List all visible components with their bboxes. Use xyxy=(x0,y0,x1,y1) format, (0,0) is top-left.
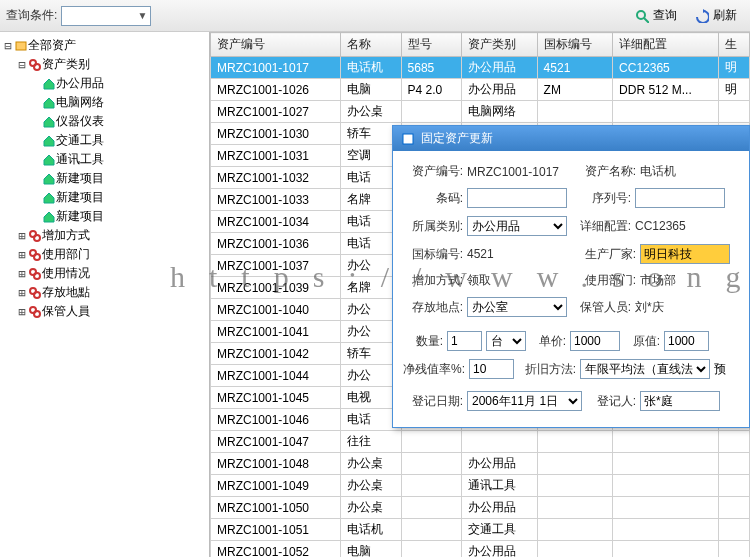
input-price[interactable] xyxy=(570,331,620,351)
input-registrar[interactable] xyxy=(640,391,720,411)
table-row[interactable]: MRZC1001-1051电话机交通工具 xyxy=(211,519,750,541)
search-button-label: 查询 xyxy=(653,7,677,24)
select-category[interactable]: 办公用品 xyxy=(467,216,567,236)
svg-point-8 xyxy=(34,254,40,260)
input-salvage[interactable] xyxy=(469,359,514,379)
select-unit[interactable]: 台 xyxy=(486,331,526,351)
grid-cell: 办公用品 xyxy=(462,453,537,475)
label-asset-no: 资产编号: xyxy=(403,163,463,180)
grid-cell: ZM xyxy=(537,79,612,101)
svg-point-4 xyxy=(34,64,40,70)
tree-category-item[interactable]: 交通工具 xyxy=(2,131,207,150)
table-row[interactable]: MRZC1001-1048办公桌办公用品 xyxy=(211,453,750,475)
expand-icon[interactable]: ⊞ xyxy=(16,267,28,281)
tree-group-item[interactable]: ⊞使用部门 xyxy=(2,245,207,264)
grid-cell: MRZC1001-1048 xyxy=(211,453,341,475)
grid-cell xyxy=(719,101,750,123)
input-orig[interactable] xyxy=(664,331,709,351)
dialog-titlebar[interactable]: 固定资产更新 xyxy=(393,126,749,151)
expand-icon[interactable]: ⊞ xyxy=(16,229,28,243)
table-row[interactable]: MRZC1001-1017电话机5685办公用品4521CC12365明 xyxy=(211,57,750,79)
input-serial[interactable] xyxy=(635,188,725,208)
grid-cell xyxy=(462,431,537,453)
grid-cell xyxy=(719,519,750,541)
collapse-icon[interactable]: ⊟ xyxy=(2,39,14,53)
expand-icon[interactable]: ⊞ xyxy=(16,305,28,319)
query-condition-dropdown[interactable]: ▼ xyxy=(61,6,151,26)
svg-point-0 xyxy=(637,11,645,19)
label-orig: 原值: xyxy=(624,333,660,350)
grid-header-cell[interactable]: 生 xyxy=(719,33,750,57)
search-button[interactable]: 查询 xyxy=(628,4,684,27)
collapse-icon[interactable]: ⊟ xyxy=(16,58,28,72)
tree-category-item[interactable]: 新建项目 xyxy=(2,169,207,188)
grid-cell xyxy=(719,475,750,497)
grid-header-cell[interactable]: 型号 xyxy=(401,33,462,57)
label-dept: 使用部门: xyxy=(576,272,636,289)
grid-cell xyxy=(401,101,462,123)
tree-root[interactable]: ⊟ 全部资产 xyxy=(2,36,207,55)
grid-cell: 办公用品 xyxy=(462,57,537,79)
expand-icon[interactable]: ⊞ xyxy=(16,286,28,300)
table-row[interactable]: MRZC1001-1050办公桌办公用品 xyxy=(211,497,750,519)
table-row[interactable]: MRZC1001-1026电脑P4 2.0办公用品ZMDDR 512 M...明 xyxy=(211,79,750,101)
value-keeper: 刘*庆 xyxy=(635,299,664,316)
input-maker[interactable] xyxy=(640,244,730,264)
grid-cell: MRZC1001-1026 xyxy=(211,79,341,101)
tree-category-item[interactable]: 仪器仪表 xyxy=(2,112,207,131)
dialog-title-text: 固定资产更新 xyxy=(421,130,493,147)
tree-category-item[interactable]: 新建项目 xyxy=(2,188,207,207)
select-location[interactable]: 办公室 xyxy=(467,297,567,317)
tree-group-item[interactable]: ⊞存放地點 xyxy=(2,283,207,302)
grid-cell xyxy=(613,541,719,558)
tree-group-item[interactable]: ⊞增加方式 xyxy=(2,226,207,245)
tree-panel: ⊟ 全部资产 ⊟ 资产类别 办公用品电脑网络仪器仪表交通工具通讯工具新建项目新建… xyxy=(0,32,210,557)
grid-header-cell[interactable]: 国标编号 xyxy=(537,33,612,57)
grid-cell: CC12365 xyxy=(613,57,719,79)
svg-line-1 xyxy=(644,18,649,23)
grid-cell xyxy=(613,519,719,541)
grid-header-cell[interactable]: 资产类别 xyxy=(462,33,537,57)
select-depr[interactable]: 年限平均法（直线法） xyxy=(580,359,710,379)
link-icon xyxy=(28,248,42,262)
grid-cell: 办公用品 xyxy=(462,541,537,558)
grid-header-cell[interactable]: 详细配置 xyxy=(613,33,719,57)
select-reg-date[interactable]: 2006年11月 1日 xyxy=(467,391,582,411)
grid-cell xyxy=(537,519,612,541)
label-asset-name: 资产名称: xyxy=(576,163,636,180)
label-detail: 详细配置: xyxy=(571,218,631,235)
tree-group-item[interactable]: ⊞使用情况 xyxy=(2,264,207,283)
table-row[interactable]: MRZC1001-1047往往 xyxy=(211,431,750,453)
input-barcode[interactable] xyxy=(467,188,567,208)
input-qty[interactable] xyxy=(447,331,482,351)
house-icon xyxy=(42,77,56,91)
table-row[interactable]: MRZC1001-1049办公桌通讯工具 xyxy=(211,475,750,497)
svg-point-14 xyxy=(34,311,40,317)
value-add-method: 领取 xyxy=(467,272,572,289)
search-icon xyxy=(635,9,649,23)
label-location: 存放地点: xyxy=(403,299,463,316)
label-add-method: 增加方式: xyxy=(403,272,463,289)
grid-cell xyxy=(719,541,750,558)
tree-category-item[interactable]: 新建项目 xyxy=(2,207,207,226)
tree-group-item[interactable]: ⊞保管人員 xyxy=(2,302,207,321)
grid-cell: MRZC1001-1036 xyxy=(211,233,341,255)
tree-category-item[interactable]: 通讯工具 xyxy=(2,150,207,169)
tree-category-item[interactable]: 办公用品 xyxy=(2,74,207,93)
refresh-button[interactable]: 刷新 xyxy=(688,4,744,27)
expand-icon[interactable]: ⊞ xyxy=(16,248,28,262)
grid-cell: MRZC1001-1041 xyxy=(211,321,341,343)
table-row[interactable]: MRZC1001-1027办公桌电脑网络 xyxy=(211,101,750,123)
tree-category-group[interactable]: ⊟ 资产类别 xyxy=(2,55,207,74)
grid-header-cell[interactable]: 名称 xyxy=(340,33,401,57)
svg-point-10 xyxy=(34,273,40,279)
grid-cell: 明 xyxy=(719,79,750,101)
grid-cell xyxy=(719,431,750,453)
table-row[interactable]: MRZC1001-1052电脑办公用品 xyxy=(211,541,750,558)
grid-cell: MRZC1001-1050 xyxy=(211,497,341,519)
value-detail: CC12365 xyxy=(635,219,686,233)
tree-category-item[interactable]: 电脑网络 xyxy=(2,93,207,112)
label-salvage: 净残值率%: xyxy=(403,361,465,378)
label-nation-no: 国标编号: xyxy=(403,246,463,263)
grid-header-cell[interactable]: 资产编号 xyxy=(211,33,341,57)
